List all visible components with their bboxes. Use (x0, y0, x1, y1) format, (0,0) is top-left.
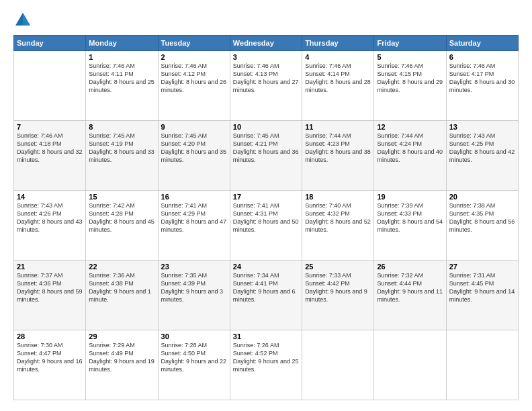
day-number: 21 (17, 263, 83, 271)
day-cell: 9Sunrise: 7:45 AMSunset: 4:20 PMDaylight… (158, 121, 230, 191)
day-info: Sunrise: 7:36 AMSunset: 4:38 PMDaylight:… (89, 271, 154, 304)
day-cell: 28Sunrise: 7:30 AMSunset: 4:47 PMDayligh… (14, 330, 86, 400)
day-info: Sunrise: 7:46 AMSunset: 4:13 PMDaylight:… (233, 62, 299, 95)
day-info: Sunrise: 7:46 AMSunset: 4:18 PMDaylight:… (17, 132, 83, 165)
day-header-saturday: Saturday (446, 36, 518, 51)
day-cell (14, 51, 86, 121)
day-number: 20 (449, 193, 515, 201)
week-row-5: 28Sunrise: 7:30 AMSunset: 4:47 PMDayligh… (14, 330, 519, 400)
day-number: 30 (161, 332, 227, 340)
day-number: 1 (89, 53, 154, 61)
day-info: Sunrise: 7:46 AMSunset: 4:15 PMDaylight:… (377, 62, 443, 95)
day-info: Sunrise: 7:46 AMSunset: 4:11 PMDaylight:… (89, 62, 154, 95)
day-info: Sunrise: 7:28 AMSunset: 4:50 PMDaylight:… (161, 341, 227, 374)
day-info: Sunrise: 7:35 AMSunset: 4:39 PMDaylight:… (161, 271, 227, 304)
day-header-monday: Monday (86, 36, 158, 51)
day-info: Sunrise: 7:40 AMSunset: 4:32 PMDaylight:… (305, 201, 371, 234)
day-cell: 12Sunrise: 7:44 AMSunset: 4:24 PMDayligh… (374, 121, 446, 191)
day-number: 3 (233, 53, 299, 61)
day-cell: 22Sunrise: 7:36 AMSunset: 4:38 PMDayligh… (86, 261, 158, 330)
day-number: 24 (233, 263, 299, 271)
day-cell: 24Sunrise: 7:34 AMSunset: 4:41 PMDayligh… (230, 261, 302, 330)
day-number: 28 (17, 332, 83, 340)
day-number: 22 (89, 263, 154, 271)
day-cell: 14Sunrise: 7:43 AMSunset: 4:26 PMDayligh… (14, 191, 86, 261)
calendar-table: SundayMondayTuesdayWednesdayThursdayFrid… (13, 35, 519, 400)
day-cell: 4Sunrise: 7:46 AMSunset: 4:14 PMDaylight… (302, 51, 374, 121)
day-info: Sunrise: 7:41 AMSunset: 4:31 PMDaylight:… (233, 201, 299, 234)
day-info: Sunrise: 7:45 AMSunset: 4:19 PMDaylight:… (89, 132, 154, 165)
day-cell: 5Sunrise: 7:46 AMSunset: 4:15 PMDaylight… (374, 51, 446, 121)
day-info: Sunrise: 7:33 AMSunset: 4:42 PMDaylight:… (305, 271, 371, 304)
day-number: 27 (449, 263, 515, 271)
day-info: Sunrise: 7:43 AMSunset: 4:25 PMDaylight:… (449, 132, 515, 165)
day-number: 18 (305, 193, 371, 201)
day-number: 2 (161, 53, 227, 61)
day-cell: 16Sunrise: 7:41 AMSunset: 4:29 PMDayligh… (158, 191, 230, 261)
day-number: 26 (377, 263, 443, 271)
day-cell: 21Sunrise: 7:37 AMSunset: 4:36 PMDayligh… (14, 261, 86, 330)
day-header-wednesday: Wednesday (230, 36, 302, 51)
day-cell: 25Sunrise: 7:33 AMSunset: 4:42 PMDayligh… (302, 261, 374, 330)
day-number: 7 (17, 123, 83, 131)
day-cell: 29Sunrise: 7:29 AMSunset: 4:49 PMDayligh… (86, 330, 158, 400)
day-info: Sunrise: 7:43 AMSunset: 4:26 PMDaylight:… (17, 201, 83, 234)
day-number: 11 (305, 123, 371, 131)
day-cell: 2Sunrise: 7:46 AMSunset: 4:12 PMDaylight… (158, 51, 230, 121)
day-info: Sunrise: 7:45 AMSunset: 4:21 PMDaylight:… (233, 132, 299, 165)
week-row-3: 14Sunrise: 7:43 AMSunset: 4:26 PMDayligh… (14, 191, 519, 261)
day-header-tuesday: Tuesday (158, 36, 230, 51)
day-cell: 20Sunrise: 7:38 AMSunset: 4:35 PMDayligh… (446, 191, 518, 261)
day-cell: 18Sunrise: 7:40 AMSunset: 4:32 PMDayligh… (302, 191, 374, 261)
day-cell: 13Sunrise: 7:43 AMSunset: 4:25 PMDayligh… (446, 121, 518, 191)
logo (13, 11, 35, 30)
day-number: 25 (305, 263, 371, 271)
day-info: Sunrise: 7:44 AMSunset: 4:24 PMDaylight:… (377, 132, 443, 165)
day-info: Sunrise: 7:31 AMSunset: 4:45 PMDaylight:… (449, 271, 515, 304)
day-info: Sunrise: 7:46 AMSunset: 4:14 PMDaylight:… (305, 62, 371, 95)
day-info: Sunrise: 7:38 AMSunset: 4:35 PMDaylight:… (449, 201, 515, 234)
day-info: Sunrise: 7:26 AMSunset: 4:52 PMDaylight:… (233, 341, 299, 374)
day-number: 29 (89, 332, 154, 340)
day-cell: 30Sunrise: 7:28 AMSunset: 4:50 PMDayligh… (158, 330, 230, 400)
day-info: Sunrise: 7:32 AMSunset: 4:44 PMDaylight:… (377, 271, 443, 304)
day-number: 4 (305, 53, 371, 61)
day-cell: 8Sunrise: 7:45 AMSunset: 4:19 PMDaylight… (86, 121, 158, 191)
day-cell: 31Sunrise: 7:26 AMSunset: 4:52 PMDayligh… (230, 330, 302, 400)
day-number: 10 (233, 123, 299, 131)
day-number: 19 (377, 193, 443, 201)
day-info: Sunrise: 7:46 AMSunset: 4:12 PMDaylight:… (161, 62, 227, 95)
day-info: Sunrise: 7:41 AMSunset: 4:29 PMDaylight:… (161, 201, 227, 234)
day-cell: 27Sunrise: 7:31 AMSunset: 4:45 PMDayligh… (446, 261, 518, 330)
day-cell: 17Sunrise: 7:41 AMSunset: 4:31 PMDayligh… (230, 191, 302, 261)
day-cell: 10Sunrise: 7:45 AMSunset: 4:21 PMDayligh… (230, 121, 302, 191)
day-info: Sunrise: 7:44 AMSunset: 4:23 PMDaylight:… (305, 132, 371, 165)
day-number: 12 (377, 123, 443, 131)
week-row-2: 7Sunrise: 7:46 AMSunset: 4:18 PMDaylight… (14, 121, 519, 191)
day-cell (374, 330, 446, 400)
day-cell: 26Sunrise: 7:32 AMSunset: 4:44 PMDayligh… (374, 261, 446, 330)
page: SundayMondayTuesdayWednesdayThursdayFrid… (0, 0, 532, 411)
week-row-1: 1Sunrise: 7:46 AMSunset: 4:11 PMDaylight… (14, 51, 519, 121)
day-info: Sunrise: 7:45 AMSunset: 4:20 PMDaylight:… (161, 132, 227, 165)
day-header-friday: Friday (374, 36, 446, 51)
day-number: 17 (233, 193, 299, 201)
day-info: Sunrise: 7:37 AMSunset: 4:36 PMDaylight:… (17, 271, 83, 304)
header (13, 11, 519, 30)
day-number: 31 (233, 332, 299, 340)
day-info: Sunrise: 7:46 AMSunset: 4:17 PMDaylight:… (449, 62, 515, 95)
day-cell: 1Sunrise: 7:46 AMSunset: 4:11 PMDaylight… (86, 51, 158, 121)
header-row: SundayMondayTuesdayWednesdayThursdayFrid… (14, 36, 519, 51)
day-number: 8 (89, 123, 154, 131)
day-number: 5 (377, 53, 443, 61)
day-header-thursday: Thursday (302, 36, 374, 51)
day-cell: 11Sunrise: 7:44 AMSunset: 4:23 PMDayligh… (302, 121, 374, 191)
day-number: 6 (449, 53, 515, 61)
day-info: Sunrise: 7:29 AMSunset: 4:49 PMDaylight:… (89, 341, 154, 374)
day-cell: 7Sunrise: 7:46 AMSunset: 4:18 PMDaylight… (14, 121, 86, 191)
day-cell (302, 330, 374, 400)
day-number: 14 (17, 193, 83, 201)
day-cell: 6Sunrise: 7:46 AMSunset: 4:17 PMDaylight… (446, 51, 518, 121)
day-cell: 19Sunrise: 7:39 AMSunset: 4:33 PMDayligh… (374, 191, 446, 261)
day-number: 15 (89, 193, 154, 201)
